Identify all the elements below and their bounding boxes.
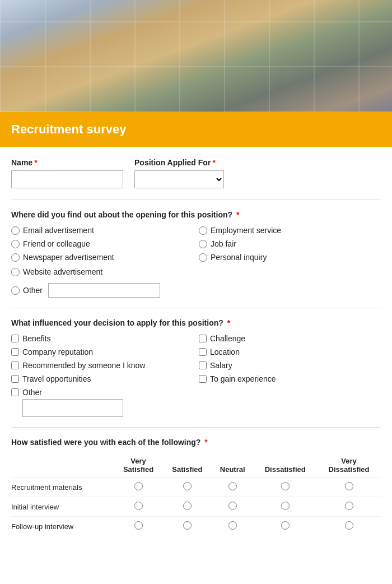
divider-2 — [11, 308, 381, 308]
checkbox-location-input[interactable] — [199, 348, 207, 356]
radio-followup-very-dissatisfied[interactable] — [345, 521, 353, 530]
radio-personal-label: Personal inquiry — [211, 253, 267, 262]
checkbox-benefits-input[interactable] — [11, 335, 19, 342]
checkbox-company-rep-input[interactable] — [11, 348, 19, 356]
col-header-empty — [11, 453, 114, 478]
checkbox-other-row: Other — [11, 388, 381, 397]
radio-website[interactable] — [11, 268, 20, 276]
checkbox-location-label: Location — [210, 347, 240, 356]
checkbox-travel: Travel opportunities — [11, 374, 193, 383]
position-select[interactable]: Manager Developer Analyst Designer Other — [134, 170, 224, 188]
radio-website-label: Website advertisement — [23, 267, 102, 276]
checkbox-recommended-label: Recommended by someone I know — [22, 361, 145, 370]
radio-recruitment-very-dissatisfied[interactable] — [345, 482, 353, 490]
radio-item-jobfair: Job fair — [199, 239, 381, 248]
radio-personal-inquiry[interactable] — [199, 253, 207, 262]
radio-initial-satisfied[interactable] — [183, 502, 192, 510]
radio-other-q1[interactable] — [11, 286, 20, 295]
radio-friend-label: Friend or colleague — [23, 239, 90, 248]
name-position-row: Name* Position Applied For* Manager Deve… — [11, 158, 381, 188]
radio-email-advertisement[interactable] — [11, 226, 20, 235]
radio-initial-very-satisfied[interactable] — [134, 502, 143, 510]
satisfaction-header-row: VerySatisfied Satisfied Neutral Dissatis… — [11, 453, 381, 478]
radio-item-friend: Friend or colleague — [11, 239, 193, 248]
header-image — [0, 0, 392, 112]
checkbox-challenge: Challenge — [199, 334, 381, 343]
col-header-very-satisfied: VerySatisfied — [114, 453, 162, 478]
checkbox-salary: Salary — [199, 361, 381, 370]
survey-title-banner: Recruitment survey — [0, 112, 392, 147]
checkbox-other-input[interactable] — [11, 388, 19, 396]
satisfaction-table: VerySatisfied Satisfied Neutral Dissatis… — [11, 453, 381, 536]
question3-text: How satisfied were you with each of the … — [11, 438, 381, 447]
divider-1 — [11, 200, 381, 200]
radio-recruitment-neutral[interactable] — [228, 482, 237, 490]
checkbox-other-label: Other — [22, 388, 42, 397]
position-field-group: Position Applied For* Manager Developer … — [134, 158, 224, 188]
radio-followup-neutral[interactable] — [228, 521, 237, 530]
divider-3 — [11, 427, 381, 428]
radio-recruitment-dissatisfied[interactable] — [281, 482, 290, 490]
radio-followup-dissatisfied[interactable] — [281, 521, 290, 530]
radio-friend-colleague[interactable] — [11, 240, 20, 248]
radio-followup-very-satisfied[interactable] — [134, 521, 143, 530]
radio-newspaper[interactable] — [11, 253, 20, 262]
radio-item-personal: Personal inquiry — [199, 253, 381, 262]
table-row: Recruitment materials — [11, 478, 381, 497]
question2-text: What influenced your decision to apply f… — [11, 318, 381, 327]
col-header-satisfied: Satisfied — [163, 453, 212, 478]
q1-required: * — [234, 210, 239, 219]
radio-other-label-q1: Other — [23, 286, 43, 295]
checkbox-benefits: Benefits — [11, 334, 193, 343]
question1-section: Where did you find out about the opening… — [11, 210, 381, 298]
checkbox-experience-label: To gain experience — [210, 374, 276, 383]
name-required: * — [34, 158, 37, 167]
position-required: * — [212, 158, 215, 167]
radio-initial-dissatisfied[interactable] — [281, 502, 290, 510]
table-row: Initial interview — [11, 497, 381, 517]
row-label-recruitment: Recruitment materials — [11, 478, 114, 497]
checkbox-recommended-input[interactable] — [11, 361, 19, 369]
checkbox-salary-label: Salary — [210, 361, 232, 370]
radio-job-fair[interactable] — [199, 240, 207, 248]
col-header-neutral: Neutral — [212, 453, 253, 478]
position-label: Position Applied For* — [134, 158, 224, 167]
row-label-initial-interview: Initial interview — [11, 497, 114, 517]
checkbox-experience-input[interactable] — [199, 375, 207, 383]
radio-website-row: Website advertisement — [11, 267, 381, 276]
checkbox-company-rep: Company reputation — [11, 347, 193, 356]
checkbox-challenge-input[interactable] — [199, 335, 207, 342]
radio-recruitment-satisfied[interactable] — [183, 482, 192, 490]
name-input[interactable] — [11, 170, 123, 188]
checkbox-travel-label: Travel opportunities — [22, 374, 91, 383]
radio-employment-service[interactable] — [199, 226, 207, 235]
checkbox-challenge-label: Challenge — [210, 334, 245, 343]
radio-recruitment-very-satisfied[interactable] — [134, 482, 143, 490]
radio-jobfair-label: Job fair — [211, 239, 236, 248]
checkbox-location: Location — [199, 347, 381, 356]
radio-initial-neutral[interactable] — [228, 502, 237, 510]
radio-followup-satisfied[interactable] — [183, 521, 192, 530]
col-header-dissatisfied: Dissatisfied — [253, 453, 317, 478]
radio-other-row: Other — [11, 283, 381, 298]
radio-initial-very-dissatisfied[interactable] — [345, 502, 353, 510]
survey-title: Recruitment survey — [11, 122, 126, 136]
table-row: Follow-up interview — [11, 517, 381, 536]
other-checkbox-text-q2[interactable] — [22, 399, 123, 417]
checkbox-grid-q2: Benefits Challenge Company reputation Lo… — [11, 334, 381, 383]
checkbox-travel-input[interactable] — [11, 375, 19, 383]
checkbox-company-rep-label: Company reputation — [22, 347, 93, 356]
radio-item-employment: Employment service — [199, 226, 381, 235]
other-text-input-q1[interactable] — [48, 283, 160, 298]
radio-employment-label: Employment service — [211, 226, 281, 235]
name-field-group: Name* — [11, 158, 123, 188]
form-body: Name* Position Applied For* Manager Deve… — [0, 147, 392, 553]
radio-item-email: Email advertisement — [11, 226, 193, 235]
radio-grid-q1: Email advertisement Employment service F… — [11, 226, 381, 262]
question3-section: How satisfied were you with each of the … — [11, 438, 381, 536]
checkbox-experience: To gain experience — [199, 374, 381, 383]
radio-newspaper-label: Newspaper advertisement — [23, 253, 114, 262]
question2-section: What influenced your decision to apply f… — [11, 318, 381, 417]
radio-item-newspaper: Newspaper advertisement — [11, 253, 193, 262]
checkbox-salary-input[interactable] — [199, 361, 207, 369]
